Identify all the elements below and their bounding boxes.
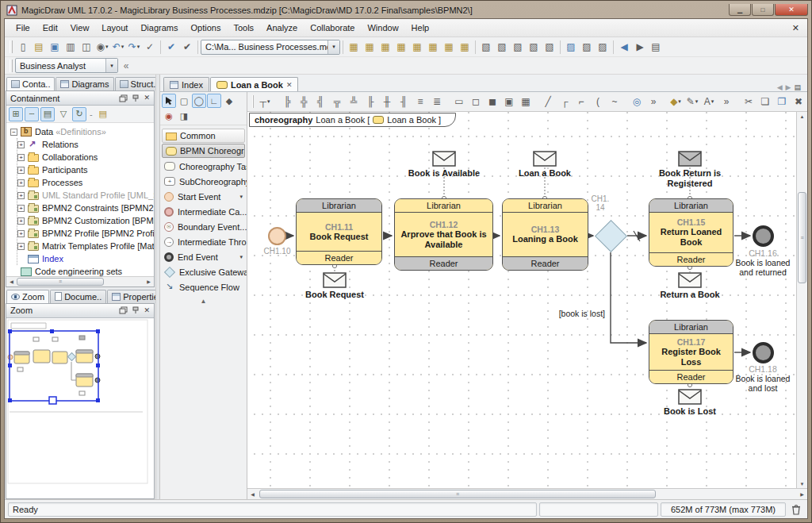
module-tool-8-button[interactable]: ▦ (457, 39, 473, 55)
choreography-task-ch111[interactable]: Librarian CH1.11 Book Request Reader (296, 198, 382, 265)
collapse-all-button[interactable]: ⊞ (9, 107, 23, 121)
palette-item-start-event[interactable]: Start Event ▾ (160, 189, 247, 204)
toolbar-grip[interactable] (10, 40, 13, 53)
choreography-task-ch113[interactable]: Librarian CH1.13 Loaning a Book Reader (502, 198, 588, 271)
align-bottom-button[interactable]: ╩ (346, 94, 362, 110)
tree-item-data[interactable]: − Data «Definitions» (10, 125, 154, 138)
canvas-hscrollbar[interactable]: ◀ ≡ ▶ (247, 488, 807, 499)
palette-item-end-event[interactable]: End Event ▾ (160, 249, 247, 264)
start-event-ch110[interactable] (268, 227, 286, 245)
new-project-button[interactable]: ▯ (15, 39, 31, 55)
choreography-task-ch115[interactable]: Librarian CH1.15 Return Loaned Book Read… (649, 198, 733, 267)
show-options-button[interactable]: ┄ (25, 107, 39, 121)
trace-tool-button[interactable]: ◉ (162, 109, 176, 123)
validate-button[interactable]: ✔ (163, 39, 179, 55)
pin-panel-icon[interactable] (132, 94, 139, 102)
font-color-button[interactable]: A▾ (701, 94, 717, 110)
perspective-combo-arrow[interactable]: ▾ (105, 59, 117, 72)
line-bezier-button[interactable]: ( (590, 94, 606, 110)
swimlane-tool-button[interactable]: ◨ (177, 109, 191, 123)
distribute-horizontal-button[interactable]: ╟ (362, 94, 378, 110)
expand-icon[interactable]: + (17, 154, 25, 161)
scroll-right-icon[interactable]: ▶ (797, 490, 807, 498)
vscroll-thumb[interactable]: ≡ (798, 192, 806, 283)
notes-button[interactable]: ▤ (648, 39, 664, 55)
select-tool-button[interactable] (162, 94, 176, 108)
commit-check-button[interactable]: ✔ (179, 39, 195, 55)
free-select-tool-button[interactable]: ▢ (177, 94, 191, 108)
previous-diagram-icon[interactable]: ◀ (777, 83, 783, 91)
module-tool-2-button[interactable]: ▦ (362, 39, 377, 55)
paste-button[interactable]: ❐ (774, 94, 790, 110)
same-size-button[interactable]: ◼ (485, 94, 500, 110)
close-panel-icon[interactable]: ✕ (144, 307, 150, 314)
palette-item-sequence-flow[interactable]: Sequence Flow (160, 279, 247, 294)
tab-zoom[interactable]: Zoom (6, 290, 49, 303)
center-shapes-button[interactable]: ╢ (396, 94, 412, 110)
module-tool-5-button[interactable]: ▦ (409, 39, 425, 55)
redo-button[interactable]: ↷▾ (126, 39, 142, 55)
tree-item-relations[interactable]: + Relations (17, 138, 154, 151)
autosize-button[interactable]: ▣ (501, 94, 517, 110)
analysis-tool-4-button[interactable]: ▧ (526, 39, 542, 55)
module-tool-7-button[interactable]: ▦ (441, 39, 457, 55)
expand-icon[interactable]: + (17, 230, 25, 237)
stack-shapes-button[interactable]: ≣ (429, 94, 445, 110)
palette-item-subchoreography[interactable]: + SubChoreography ▾ (160, 174, 247, 189)
toolbar-grip[interactable] (252, 95, 254, 108)
line-straight-button[interactable]: ╱ (540, 94, 556, 110)
window-tool-2-button[interactable]: ▨ (579, 39, 595, 55)
tree-item-processes[interactable]: + Processes (17, 176, 154, 189)
menu-edit[interactable]: Edit (36, 21, 64, 35)
oval-select-tool-button[interactable]: ◯ (192, 94, 206, 108)
module-tool-1-button[interactable]: ▦ (346, 39, 362, 55)
group-by-button[interactable]: ▤ (40, 107, 55, 121)
diagram-canvas[interactable]: choreography Loan a Book [ Loan a Book ] (247, 112, 796, 488)
undo-button[interactable]: ↶▾ (110, 39, 126, 55)
menu-view[interactable]: View (64, 21, 96, 35)
toolbar-overflow-button[interactable]: » (718, 94, 734, 110)
palette-item-intermediate-catch-event[interactable]: Intermediate Ca... ▾ (160, 204, 247, 219)
collapse-toolbar-button[interactable]: « (118, 58, 134, 74)
perspective-combo[interactable]: Business Analyst ▾ (15, 58, 118, 73)
align-top-button[interactable]: ╦ (329, 94, 345, 110)
tab-documentation[interactable]: Docume.. (50, 290, 106, 303)
copy-button[interactable]: ❏ (757, 94, 773, 110)
tab-containment[interactable]: Conta.. (6, 77, 55, 90)
maximize-button[interactable]: □ (752, 4, 774, 16)
item-dropdown-icon[interactable]: ▾ (239, 254, 244, 260)
close-panel-icon[interactable]: ✕ (144, 94, 150, 102)
end-event-ch116[interactable] (753, 225, 774, 247)
cut-button[interactable]: ✂ (741, 94, 756, 110)
minimize-button[interactable]: ▁ (729, 4, 751, 16)
menu-file[interactable]: File (10, 21, 36, 35)
tree-item-matrix-templates[interactable]: + Matrix Templates Profile [Matrix_T (17, 240, 154, 252)
same-width-button[interactable]: ▭ (451, 94, 467, 110)
hscroll-thumb[interactable]: ≡ (259, 490, 656, 498)
palette-collapse-icon[interactable]: ▲ (160, 294, 247, 305)
flow-gateway-to-ch117[interactable] (611, 252, 646, 343)
analysis-tool-3-button[interactable]: ▧ (510, 39, 526, 55)
module-tool-4-button[interactable]: ▦ (393, 39, 409, 55)
open-in-new-button[interactable]: ▤ (96, 107, 110, 121)
tree-item-collaborations[interactable]: + Collaborations (17, 151, 154, 163)
line-oblique-button[interactable]: ⌐ (573, 94, 589, 110)
module-tool-3-button[interactable]: ▦ (377, 39, 393, 55)
scroll-down-icon[interactable]: ▼ (797, 479, 807, 488)
project-combo-arrow[interactable]: ▾ (327, 40, 339, 54)
analysis-tool-1-button[interactable]: ▧ (478, 39, 494, 55)
print-button[interactable]: ▥ (63, 39, 79, 55)
palette-item-exclusive-gateway[interactable]: Exclusive Gateway ▾ (160, 264, 247, 279)
message-book-is-available[interactable] (432, 151, 456, 168)
scroll-left-icon[interactable]: ◀ (247, 490, 258, 498)
tree-item-uml-standard-profile[interactable]: + UML Standard Profile [UML_Stand (17, 189, 154, 202)
spelling-button[interactable]: ✓ (142, 39, 158, 55)
menu-diagrams[interactable]: Diagrams (134, 21, 184, 35)
fill-color-button[interactable]: ◆▾ (668, 94, 684, 110)
message-book-request[interactable] (323, 272, 347, 290)
zoom-thumbnail[interactable] (6, 318, 154, 499)
delete-button[interactable]: ✖ (791, 94, 806, 110)
tree-item-bpmn2-profile[interactable]: + BPMN2 Profile [BPMN2 Profile.mdz (17, 227, 154, 240)
tab-loan-a-book-diagram[interactable]: Loan a Book ✕ (210, 77, 299, 91)
tree-item-code-engineering[interactable]: Code engineering sets (10, 265, 154, 276)
